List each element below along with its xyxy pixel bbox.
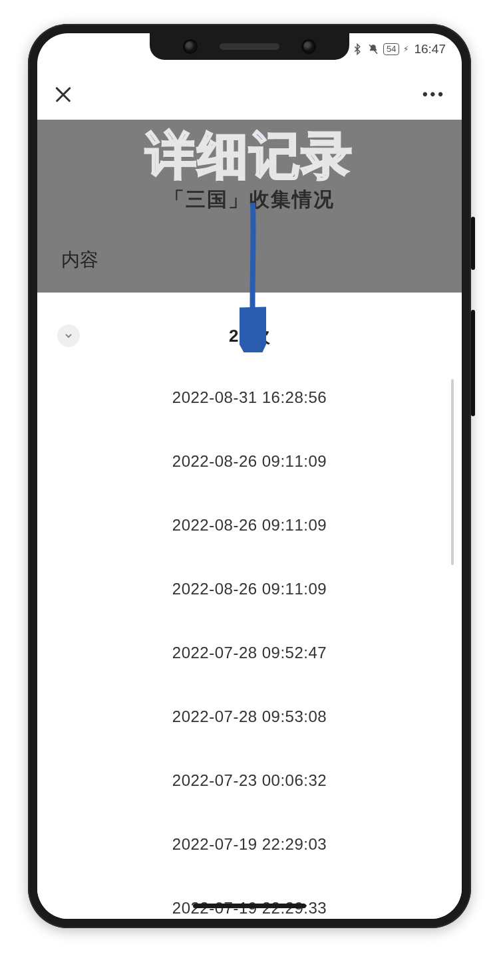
speaker-grille	[220, 43, 279, 50]
record-row[interactable]: 2022-07-19 22:29:33	[37, 876, 462, 919]
record-row[interactable]: 2022-08-26 09:11:09	[37, 557, 462, 621]
page-title: 「三国」收集情况	[37, 186, 462, 213]
front-camera-icon	[303, 41, 314, 52]
battery-charge-icon: ⚡︎	[403, 45, 409, 54]
record-row[interactable]: 2022-07-19 22:29:03	[37, 812, 462, 876]
side-button	[471, 217, 475, 270]
record-timestamp: 2022-07-28 09:52:47	[172, 644, 327, 662]
content-section-label: 内容	[61, 247, 98, 273]
records-count: 21 次	[37, 324, 462, 348]
record-row[interactable]: 2022-07-28 09:53:08	[37, 685, 462, 749]
battery-indicator: 54	[383, 43, 399, 55]
phone-frame: 54 ⚡︎ 16:47 ••• 「三国」收集情况 内容	[28, 24, 471, 928]
status-bar: 54 ⚡︎ 16:47	[335, 40, 446, 59]
record-timestamp: 2022-08-26 09:11:09	[172, 516, 327, 535]
more-button[interactable]: •••	[422, 86, 446, 103]
home-indicator[interactable]	[193, 904, 306, 908]
mute-icon	[367, 43, 379, 55]
record-row[interactable]: 2022-08-26 09:11:09	[37, 493, 462, 557]
bluetooth-icon	[351, 43, 363, 55]
records-list[interactable]: 2022-08-31 16:28:56 2022-08-26 09:11:09 …	[37, 366, 462, 919]
record-timestamp: 2022-07-19 22:29:03	[172, 835, 327, 854]
record-row[interactable]: 2022-07-28 09:52:47	[37, 621, 462, 685]
side-button	[471, 310, 475, 416]
record-timestamp: 2022-08-26 09:11:09	[172, 580, 327, 598]
record-timestamp: 2022-07-28 09:53:08	[172, 707, 327, 726]
record-row[interactable]: 2022-08-31 16:28:56	[37, 366, 462, 429]
header-panel: 「三国」收集情况 内容	[37, 120, 462, 293]
close-button[interactable]	[53, 84, 73, 104]
front-camera-icon	[185, 41, 196, 52]
screen: 54 ⚡︎ 16:47 ••• 「三国」收集情况 内容	[37, 33, 462, 919]
record-timestamp: 2022-08-26 09:11:09	[172, 452, 327, 471]
record-row[interactable]: 2022-07-23 00:06:32	[37, 749, 462, 812]
status-time: 16:47	[414, 42, 446, 57]
record-timestamp: 2022-07-23 00:06:32	[172, 771, 327, 790]
record-timestamp: 2022-07-19 22:29:33	[172, 899, 327, 918]
battery-level: 54	[387, 44, 396, 55]
nav-bar: •••	[37, 69, 462, 120]
record-row[interactable]: 2022-08-26 09:11:09	[37, 429, 462, 493]
scrollbar[interactable]	[451, 379, 454, 565]
record-timestamp: 2022-08-31 16:28:56	[172, 388, 327, 407]
records-card: 21 次 2022-08-31 16:28:56 2022-08-26 09:1…	[37, 293, 462, 919]
device-notch	[150, 33, 349, 60]
